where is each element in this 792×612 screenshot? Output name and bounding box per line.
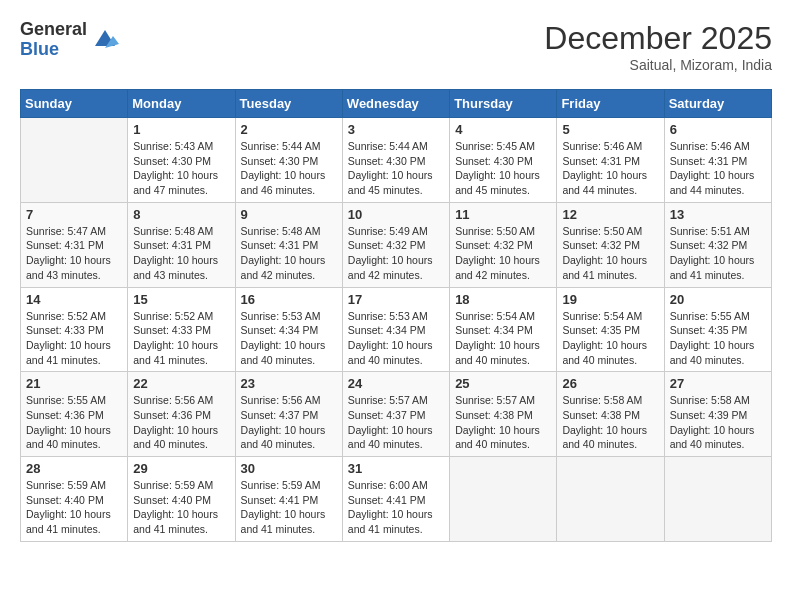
logo: General Blue	[20, 20, 119, 60]
day-info: Sunrise: 5:51 AM Sunset: 4:32 PM Dayligh…	[670, 224, 766, 283]
weekday-header: Monday	[128, 90, 235, 118]
day-number: 1	[133, 122, 229, 137]
title-block: December 2025 Saitual, Mizoram, India	[544, 20, 772, 73]
calendar-table: SundayMondayTuesdayWednesdayThursdayFrid…	[20, 89, 772, 542]
day-number: 15	[133, 292, 229, 307]
day-info: Sunrise: 5:49 AM Sunset: 4:32 PM Dayligh…	[348, 224, 444, 283]
calendar-week-row: 14 Sunrise: 5:52 AM Sunset: 4:33 PM Dayl…	[21, 287, 772, 372]
day-number: 27	[670, 376, 766, 391]
location-subtitle: Saitual, Mizoram, India	[544, 57, 772, 73]
day-info: Sunrise: 5:48 AM Sunset: 4:31 PM Dayligh…	[133, 224, 229, 283]
day-number: 7	[26, 207, 122, 222]
month-title: December 2025	[544, 20, 772, 57]
logo-icon	[91, 26, 119, 54]
calendar-cell: 24 Sunrise: 5:57 AM Sunset: 4:37 PM Dayl…	[342, 372, 449, 457]
day-info: Sunrise: 5:46 AM Sunset: 4:31 PM Dayligh…	[562, 139, 658, 198]
day-number: 16	[241, 292, 337, 307]
day-info: Sunrise: 5:59 AM Sunset: 4:41 PM Dayligh…	[241, 478, 337, 537]
calendar-header-row: SundayMondayTuesdayWednesdayThursdayFrid…	[21, 90, 772, 118]
day-number: 10	[348, 207, 444, 222]
calendar-cell: 15 Sunrise: 5:52 AM Sunset: 4:33 PM Dayl…	[128, 287, 235, 372]
calendar-cell: 26 Sunrise: 5:58 AM Sunset: 4:38 PM Dayl…	[557, 372, 664, 457]
day-info: Sunrise: 5:54 AM Sunset: 4:35 PM Dayligh…	[562, 309, 658, 368]
day-number: 24	[348, 376, 444, 391]
calendar-cell: 19 Sunrise: 5:54 AM Sunset: 4:35 PM Dayl…	[557, 287, 664, 372]
day-number: 23	[241, 376, 337, 391]
day-number: 11	[455, 207, 551, 222]
day-info: Sunrise: 5:59 AM Sunset: 4:40 PM Dayligh…	[26, 478, 122, 537]
calendar-cell: 22 Sunrise: 5:56 AM Sunset: 4:36 PM Dayl…	[128, 372, 235, 457]
calendar-cell: 28 Sunrise: 5:59 AM Sunset: 4:40 PM Dayl…	[21, 457, 128, 542]
day-number: 4	[455, 122, 551, 137]
day-info: Sunrise: 5:50 AM Sunset: 4:32 PM Dayligh…	[562, 224, 658, 283]
calendar-cell: 21 Sunrise: 5:55 AM Sunset: 4:36 PM Dayl…	[21, 372, 128, 457]
calendar-cell: 5 Sunrise: 5:46 AM Sunset: 4:31 PM Dayli…	[557, 118, 664, 203]
weekday-header: Sunday	[21, 90, 128, 118]
calendar-cell: 18 Sunrise: 5:54 AM Sunset: 4:34 PM Dayl…	[450, 287, 557, 372]
weekday-header: Friday	[557, 90, 664, 118]
day-number: 26	[562, 376, 658, 391]
day-info: Sunrise: 5:46 AM Sunset: 4:31 PM Dayligh…	[670, 139, 766, 198]
calendar-cell: 27 Sunrise: 5:58 AM Sunset: 4:39 PM Dayl…	[664, 372, 771, 457]
day-number: 28	[26, 461, 122, 476]
day-info: Sunrise: 5:56 AM Sunset: 4:37 PM Dayligh…	[241, 393, 337, 452]
day-info: Sunrise: 5:43 AM Sunset: 4:30 PM Dayligh…	[133, 139, 229, 198]
logo-general: General	[20, 20, 87, 40]
day-number: 9	[241, 207, 337, 222]
day-info: Sunrise: 5:52 AM Sunset: 4:33 PM Dayligh…	[26, 309, 122, 368]
day-info: Sunrise: 5:53 AM Sunset: 4:34 PM Dayligh…	[241, 309, 337, 368]
day-info: Sunrise: 5:47 AM Sunset: 4:31 PM Dayligh…	[26, 224, 122, 283]
day-number: 29	[133, 461, 229, 476]
calendar-cell: 16 Sunrise: 5:53 AM Sunset: 4:34 PM Dayl…	[235, 287, 342, 372]
weekday-header: Tuesday	[235, 90, 342, 118]
day-number: 3	[348, 122, 444, 137]
day-number: 19	[562, 292, 658, 307]
day-info: Sunrise: 5:57 AM Sunset: 4:38 PM Dayligh…	[455, 393, 551, 452]
weekday-header: Saturday	[664, 90, 771, 118]
day-number: 22	[133, 376, 229, 391]
calendar-cell	[450, 457, 557, 542]
day-number: 14	[26, 292, 122, 307]
day-number: 8	[133, 207, 229, 222]
calendar-cell: 7 Sunrise: 5:47 AM Sunset: 4:31 PM Dayli…	[21, 202, 128, 287]
calendar-cell	[21, 118, 128, 203]
calendar-cell: 3 Sunrise: 5:44 AM Sunset: 4:30 PM Dayli…	[342, 118, 449, 203]
day-number: 31	[348, 461, 444, 476]
day-number: 18	[455, 292, 551, 307]
logo-text: General Blue	[20, 20, 87, 60]
calendar-cell: 13 Sunrise: 5:51 AM Sunset: 4:32 PM Dayl…	[664, 202, 771, 287]
day-number: 6	[670, 122, 766, 137]
weekday-header: Thursday	[450, 90, 557, 118]
calendar-cell: 10 Sunrise: 5:49 AM Sunset: 4:32 PM Dayl…	[342, 202, 449, 287]
calendar-cell: 1 Sunrise: 5:43 AM Sunset: 4:30 PM Dayli…	[128, 118, 235, 203]
day-info: Sunrise: 6:00 AM Sunset: 4:41 PM Dayligh…	[348, 478, 444, 537]
day-info: Sunrise: 5:44 AM Sunset: 4:30 PM Dayligh…	[348, 139, 444, 198]
day-info: Sunrise: 5:58 AM Sunset: 4:38 PM Dayligh…	[562, 393, 658, 452]
day-info: Sunrise: 5:55 AM Sunset: 4:36 PM Dayligh…	[26, 393, 122, 452]
day-number: 30	[241, 461, 337, 476]
calendar-cell	[664, 457, 771, 542]
calendar-cell: 31 Sunrise: 6:00 AM Sunset: 4:41 PM Dayl…	[342, 457, 449, 542]
calendar-cell: 2 Sunrise: 5:44 AM Sunset: 4:30 PM Dayli…	[235, 118, 342, 203]
calendar-cell: 9 Sunrise: 5:48 AM Sunset: 4:31 PM Dayli…	[235, 202, 342, 287]
day-number: 5	[562, 122, 658, 137]
day-info: Sunrise: 5:56 AM Sunset: 4:36 PM Dayligh…	[133, 393, 229, 452]
day-number: 13	[670, 207, 766, 222]
calendar-cell: 25 Sunrise: 5:57 AM Sunset: 4:38 PM Dayl…	[450, 372, 557, 457]
day-info: Sunrise: 5:53 AM Sunset: 4:34 PM Dayligh…	[348, 309, 444, 368]
day-info: Sunrise: 5:48 AM Sunset: 4:31 PM Dayligh…	[241, 224, 337, 283]
day-number: 25	[455, 376, 551, 391]
day-number: 21	[26, 376, 122, 391]
calendar-week-row: 28 Sunrise: 5:59 AM Sunset: 4:40 PM Dayl…	[21, 457, 772, 542]
calendar-cell: 12 Sunrise: 5:50 AM Sunset: 4:32 PM Dayl…	[557, 202, 664, 287]
day-info: Sunrise: 5:54 AM Sunset: 4:34 PM Dayligh…	[455, 309, 551, 368]
day-info: Sunrise: 5:44 AM Sunset: 4:30 PM Dayligh…	[241, 139, 337, 198]
day-number: 17	[348, 292, 444, 307]
calendar-cell: 29 Sunrise: 5:59 AM Sunset: 4:40 PM Dayl…	[128, 457, 235, 542]
calendar-cell	[557, 457, 664, 542]
day-info: Sunrise: 5:57 AM Sunset: 4:37 PM Dayligh…	[348, 393, 444, 452]
calendar-cell: 17 Sunrise: 5:53 AM Sunset: 4:34 PM Dayl…	[342, 287, 449, 372]
calendar-cell: 4 Sunrise: 5:45 AM Sunset: 4:30 PM Dayli…	[450, 118, 557, 203]
calendar-cell: 23 Sunrise: 5:56 AM Sunset: 4:37 PM Dayl…	[235, 372, 342, 457]
calendar-cell: 8 Sunrise: 5:48 AM Sunset: 4:31 PM Dayli…	[128, 202, 235, 287]
